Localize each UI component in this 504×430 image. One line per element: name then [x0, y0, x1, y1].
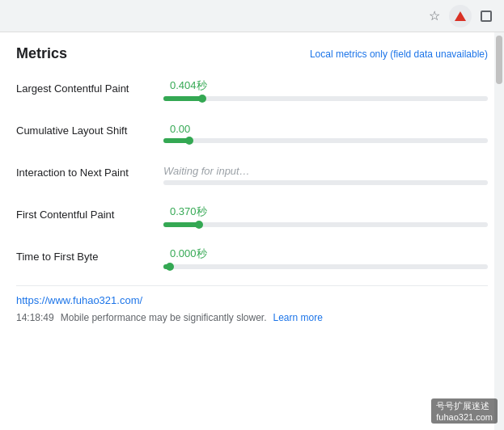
metric-bar-container-lcp: 0.404秒 [163, 75, 488, 101]
footer-timestamp: 14:18:49 [16, 312, 54, 323]
scrollbar[interactable] [494, 32, 504, 430]
metric-value-fcp: 0.370秒 [170, 204, 488, 219]
triangle-button[interactable] [449, 5, 472, 27]
footer-bottom: 14:18:49 Mobile performance may be signi… [16, 312, 488, 323]
triangle-icon [455, 11, 466, 21]
metric-row-ttfb: Time to First Byte0.000秒 [16, 243, 488, 269]
local-metrics-note: Local metrics only (field data unavailab… [310, 48, 488, 60]
metric-label-lcp: Largest Contentful Paint [16, 82, 154, 95]
square-icon [481, 11, 492, 22]
metric-bar-container-fcp: 0.370秒 [163, 201, 488, 227]
metric-label-fcp: First Contentful Paint [16, 209, 154, 221]
bar-fill-fcp [163, 222, 199, 227]
bar-track-lcp [163, 96, 488, 101]
footer: https://www.fuhao321.com/ 14:18:49 Mobil… [16, 285, 488, 323]
header-row: Metrics Local metrics only (field data u… [16, 45, 488, 62]
bar-track-inp [163, 180, 488, 185]
metric-label-cls: Cumulative Layout Shift [16, 124, 154, 137]
footer-note: Mobile performance may be significantly … [61, 312, 267, 323]
metric-value-cls: 0.00 [170, 123, 488, 135]
metric-value-ttfb: 0.000秒 [170, 247, 488, 261]
metric-bar-container-cls: 0.00 [163, 117, 488, 143]
metric-bar-container-inp: Waiting for input… [163, 159, 488, 185]
bar-track-ttfb [163, 264, 488, 269]
square-button[interactable] [475, 5, 498, 27]
metric-row-cls: Cumulative Layout Shift0.00 [16, 117, 488, 143]
metric-row-inp: Interaction to Next PaintWaiting for inp… [16, 159, 488, 185]
waiting-text-inp: Waiting for input… [163, 165, 488, 177]
top-bar: ☆ [0, 0, 504, 32]
footer-learn-more[interactable]: Learn more [273, 312, 323, 323]
metric-label-inp: Interaction to Next Paint [16, 167, 154, 179]
bar-dot-ttfb [166, 263, 174, 271]
footer-url[interactable]: https://www.fuhao321.com/ [16, 294, 142, 306]
bar-fill-lcp [163, 96, 202, 101]
metric-bar-container-ttfb: 0.000秒 [163, 243, 488, 269]
watermark: 号号扩展迷述fuhao321.com [431, 398, 498, 424]
star-button[interactable]: ☆ [423, 5, 446, 27]
metric-row-fcp: First Contentful Paint0.370秒 [16, 201, 488, 227]
bar-dot-lcp [198, 95, 206, 103]
bar-dot-cls [185, 137, 193, 145]
metric-value-lcp: 0.404秒 [170, 78, 488, 93]
bar-dot-fcp [195, 221, 203, 229]
metrics-container: Largest Contentful Paint0.404秒Cumulative… [16, 75, 488, 269]
bar-track-fcp [163, 222, 488, 227]
main-content: Metrics Local metrics only (field data u… [0, 32, 504, 336]
metrics-title: Metrics [16, 45, 67, 62]
metric-label-ttfb: Time to First Byte [16, 251, 154, 263]
bar-track-cls [163, 138, 488, 143]
metric-row-lcp: Largest Contentful Paint0.404秒 [16, 75, 488, 101]
scrollbar-thumb [496, 36, 502, 84]
